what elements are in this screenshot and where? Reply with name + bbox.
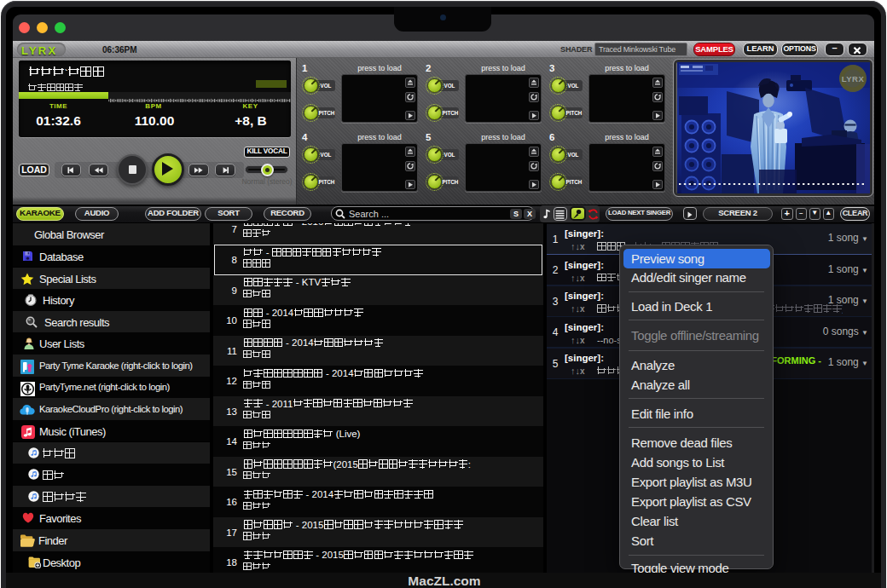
svg-text:LYRX: LYRX [842, 74, 865, 84]
